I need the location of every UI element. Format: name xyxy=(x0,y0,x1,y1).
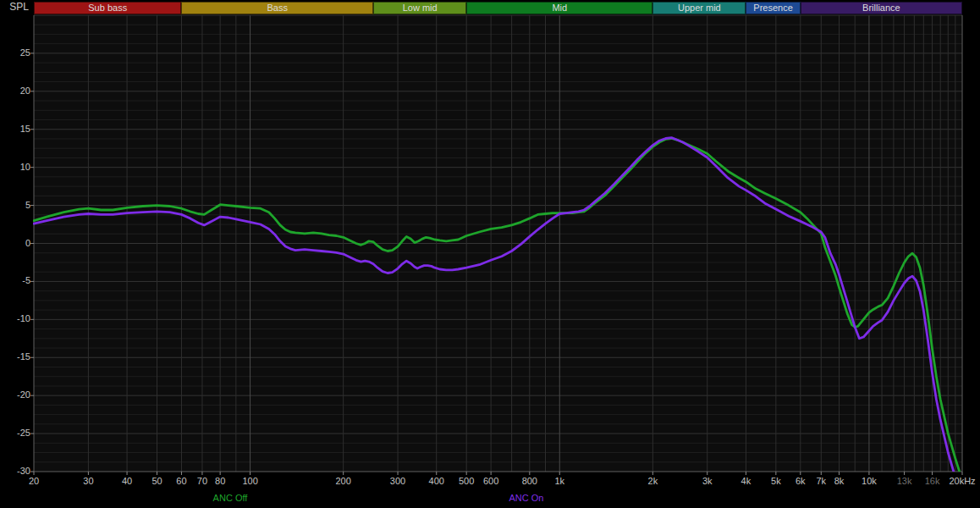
plot-area xyxy=(0,0,980,508)
legend-anc-on[interactable]: ANC On xyxy=(509,493,544,503)
x-tick-label: 100 xyxy=(225,476,276,486)
y-tick-label: -15 xyxy=(0,351,30,362)
y-tick-label: -25 xyxy=(0,428,30,438)
y-tick-label: 10 xyxy=(0,162,30,172)
x-tick-label: 200 xyxy=(318,476,369,486)
y-tick-label: -10 xyxy=(0,313,30,323)
x-tick-label: 2k xyxy=(627,476,678,486)
y-tick-label: 0 xyxy=(0,238,30,248)
y-tick-label: 15 xyxy=(0,124,30,134)
y-tick-label: -20 xyxy=(0,389,30,400)
y-tick-label: 25 xyxy=(0,47,30,58)
y-tick-label: 20 xyxy=(0,86,30,96)
x-tick-label: 20kHz xyxy=(937,476,980,486)
legend-anc-off[interactable]: ANC Off xyxy=(213,493,248,503)
x-tick-label: 20 xyxy=(8,476,59,486)
y-tick-label: 5 xyxy=(0,200,30,210)
y-tick-label: -5 xyxy=(0,275,30,285)
spl-chart-canvas: SPL Sub bassBassLow midMidUpper midPrese… xyxy=(0,0,980,508)
x-tick-label: 1k xyxy=(534,476,585,486)
y-tick-label: -30 xyxy=(0,466,30,476)
